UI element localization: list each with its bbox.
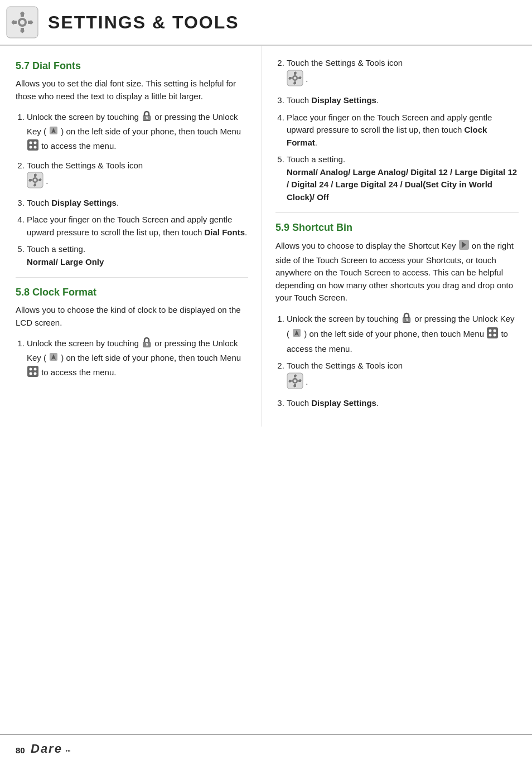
svg-point-43 <box>34 372 37 375</box>
shortcut-step3-end: . <box>376 398 379 408</box>
menu-icon <box>27 139 39 155</box>
dial-fonts-step-5: Touch a setting. Normal/ Large Only <box>27 243 248 268</box>
clock-format-title: 5.8 Clock Format <box>16 287 248 298</box>
clock-step3-bold: Display Settings <box>311 95 376 105</box>
clock-step1-before: Unlock the screen by touching <box>27 338 141 348</box>
svg-point-42 <box>30 372 32 375</box>
clock-gear-icon <box>287 70 303 90</box>
dial-fonts-step-1: Unlock the screen by touching 6 or press… <box>27 110 248 155</box>
svg-text:6: 6 <box>406 317 408 321</box>
svg-point-64 <box>489 330 492 332</box>
clock-step-5: Touch a setting. Normal/ Analog/ Large A… <box>287 153 519 204</box>
svg-point-41 <box>34 368 37 371</box>
main-content: 5.7 Dial Fonts Allows you to set the dia… <box>0 46 532 427</box>
svg-point-20 <box>30 146 32 149</box>
svg-rect-17 <box>27 139 38 151</box>
clock-step2-dot: . <box>306 74 308 84</box>
clock-step3-end: . <box>376 95 379 105</box>
section-clock-format: 5.8 Clock Format Allows you to choose th… <box>16 287 248 381</box>
svg-point-65 <box>494 330 496 332</box>
clock-format-steps-right: Touch the Settings & Tools icon <box>275 57 519 204</box>
clock-step-4: Place your finger on the Touch Screen an… <box>287 112 519 149</box>
unlock-key-icon <box>49 125 59 139</box>
svg-point-24 <box>34 179 37 182</box>
svg-point-2 <box>20 20 25 25</box>
section-dial-fonts: 5.7 Dial Fonts Allows you to set the dia… <box>16 60 248 268</box>
step4-end: . <box>245 227 247 237</box>
step4-text: Place your finger on the Touch Screen an… <box>27 215 232 237</box>
section-divider-1 <box>16 277 248 278</box>
shortcut-step1-after: ) on the left side of your phone, then t… <box>304 329 486 338</box>
clock-step1-after: ) on the left side of your phone, then t… <box>61 353 241 362</box>
shortcut-bin-desc: Allows you to choose to display the Shor… <box>275 239 519 304</box>
clock-step3-plain: Touch <box>287 95 311 105</box>
svg-text:Dare: Dare <box>31 742 62 756</box>
svg-point-40 <box>30 368 32 371</box>
svg-point-21 <box>34 146 37 149</box>
clock-step5-bold: Normal/ Analog/ Large Analog/ Digital 12… <box>287 167 517 202</box>
dial-fonts-steps: Unlock the screen by touching 6 or press… <box>16 110 248 268</box>
shortcut-bin-steps: Unlock the screen by touching 6 or press… <box>275 312 519 410</box>
dial-fonts-title: 5.7 Dial Fonts <box>16 60 248 72</box>
section-shortcut-bin: 5.9 Shortcut Bin Allows you to choose to… <box>275 222 519 410</box>
clock-step1-end: to access the menu. <box>41 367 116 377</box>
step5-bold: Normal/ Large Only <box>27 257 104 267</box>
step3-text-plain: Touch <box>27 198 51 207</box>
dial-fonts-step-3: Touch Display Settings. <box>27 197 248 210</box>
shortcut-step2-before: Touch the Settings & Tools icon <box>287 361 403 370</box>
shortcut-menu-icon <box>486 327 499 343</box>
svg-rect-63 <box>487 327 498 338</box>
shortcut-step1-before: Unlock the screen by touching <box>287 314 401 323</box>
shortcut-desc-before: Allows you to choose to display the Shor… <box>275 241 458 250</box>
shortcut-gear-icon <box>287 372 303 393</box>
step5-plain: Touch a setting. <box>27 244 85 254</box>
clock-format-desc: Allows you to choose the kind of clock t… <box>16 304 248 329</box>
gear-icon-step2 <box>27 172 43 192</box>
svg-point-70 <box>294 379 297 382</box>
svg-point-66 <box>489 334 492 337</box>
shortcut-step-2: Touch the Settings & Tools icon <box>287 360 519 393</box>
clock-lock-icon: 6 <box>141 337 152 352</box>
header-gear-icon <box>6 6 39 39</box>
shortcut-step-3: Touch Display Settings. <box>287 397 519 410</box>
clock-step4-end: . <box>315 138 317 147</box>
step3-text-bold: Display Settings <box>51 198 117 207</box>
clock-step-1: Unlock the screen by touching 6 or press… <box>27 337 248 381</box>
svg-text:™: ™ <box>65 749 72 755</box>
clock-key-icon <box>49 352 59 366</box>
clock-menu-icon <box>27 365 39 381</box>
shortcut-step3-plain: Touch <box>287 398 311 408</box>
clock-step5-plain: Touch a setting. <box>287 154 345 164</box>
right-column: Touch the Settings & Tools icon <box>262 46 532 427</box>
clock-format-steps-left: Unlock the screen by touching 6 or press… <box>16 337 248 381</box>
lock-icon: 6 <box>141 110 152 125</box>
shortcut-lock-icon: 6 <box>401 312 412 327</box>
clock-step-2: Touch the Settings & Tools icon <box>287 57 519 90</box>
shortcut-key-icon <box>458 239 470 254</box>
page-header: SETTINGS & TOOLS <box>0 0 532 46</box>
dial-fonts-step-2: Touch the Settings & Tools icon <box>27 159 248 192</box>
dial-fonts-step-4: Place your finger on the Touch Screen an… <box>27 214 248 239</box>
page-title: SETTINGS & TOOLS <box>48 12 239 33</box>
step1-text-after: ) on the left side of your phone, then t… <box>61 127 241 136</box>
section-divider-2 <box>275 212 519 213</box>
left-column: 5.7 Dial Fonts Allows you to set the dia… <box>0 46 262 427</box>
shortcut-key-icon-2 <box>292 328 302 342</box>
shortcut-bin-title: 5.9 Shortcut Bin <box>275 222 519 234</box>
svg-rect-39 <box>27 366 38 377</box>
svg-text:6: 6 <box>146 116 148 120</box>
footer-brand: Dare ™ <box>31 740 75 759</box>
svg-point-46 <box>294 76 297 79</box>
footer-page-number: 80 <box>16 745 25 755</box>
step1-text-before: Unlock the screen by touching <box>27 112 141 122</box>
svg-text:6: 6 <box>146 342 148 346</box>
dial-fonts-desc: Allows you to set the dial font size. Th… <box>16 78 248 103</box>
svg-point-19 <box>34 142 37 144</box>
svg-point-18 <box>30 142 32 144</box>
step1-text-end: to access the menu. <box>41 141 116 151</box>
shortcut-step-1: Unlock the screen by touching 6 or press… <box>287 312 519 356</box>
clock-step-3: Touch Display Settings. <box>287 94 519 107</box>
step3-text-end: . <box>117 198 119 207</box>
shortcut-step3-bold: Display Settings <box>311 398 376 408</box>
clock-format-right: Touch the Settings & Tools icon <box>275 57 519 204</box>
